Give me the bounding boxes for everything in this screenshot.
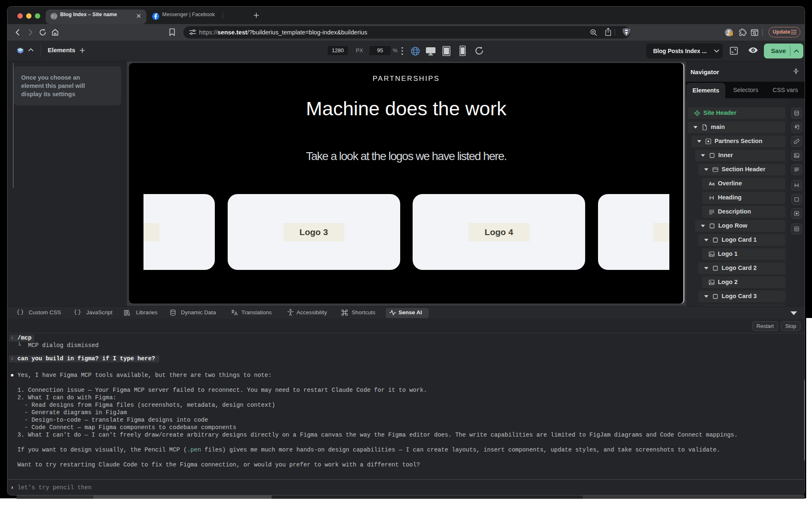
- svg-text:Aa: Aa: [709, 181, 715, 186]
